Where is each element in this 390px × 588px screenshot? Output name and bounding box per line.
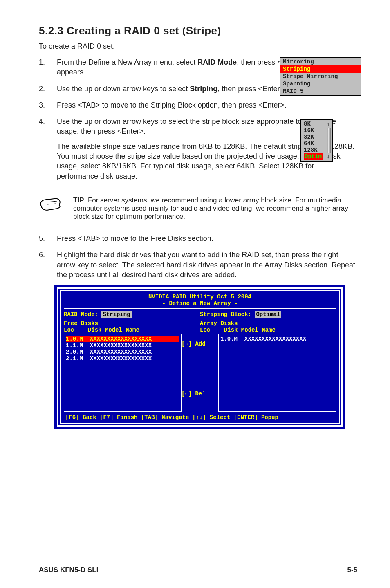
raid-mode-label: RAID Mode:	[64, 311, 98, 318]
step-body: Highlight the hard disk drives that you …	[57, 250, 357, 280]
intro-text: To create a RAID 0 set:	[39, 42, 357, 51]
raid-mode-value[interactable]: Striping	[101, 311, 131, 318]
hand-pointing-icon	[39, 196, 63, 213]
col-model: Disk Model Name	[88, 327, 139, 333]
raid-mode-popup: Mirroring Striping Stripe Mirroring Span…	[280, 57, 361, 96]
arrow-down-icon[interactable]: ↓	[327, 153, 331, 160]
tip-callout: TIP: For server systems, we recommend us…	[39, 193, 357, 225]
step-number: 6.	[39, 250, 57, 280]
disk-row[interactable]: 2.1.M XXXXXXXXXXXXXXXXXX	[66, 355, 179, 362]
block-item[interactable]: 128K	[304, 147, 323, 153]
striping-block-value[interactable]: Optimal	[255, 311, 281, 318]
del-action[interactable]: [←] Del	[182, 391, 206, 397]
bios-title: NVIDIA RAID Utility Oct 5 2004	[64, 292, 336, 300]
tip-text: TIP: For server systems, we recommend us…	[73, 196, 357, 221]
step-number: 3.	[39, 100, 57, 110]
block-item[interactable]: 8K	[304, 121, 323, 127]
col-model: Disk Model Name	[224, 327, 276, 333]
step-number: 5.	[39, 233, 57, 243]
footer-product: ASUS KFN5-D SLI	[39, 566, 98, 574]
block-item[interactable]: 32K	[304, 134, 323, 140]
disk-row-selected[interactable]: 1.0.M XXXXXXXXXXXXXXXXXX	[66, 336, 179, 342]
striping-block-label: Striping Block:	[200, 311, 251, 318]
popup-item[interactable]: Spanning	[280, 80, 361, 88]
steps-list-b: 5. Press <TAB> to move to the Free Disks…	[39, 233, 357, 280]
disk-row[interactable]: 2.0.M XXXXXXXXXXXXXXXXXX	[66, 349, 179, 355]
popup-item[interactable]: RAID 5	[280, 88, 361, 95]
popup-item[interactable]: Stripe Mirroring	[280, 73, 361, 80]
step-number: 1.	[39, 57, 57, 77]
step-number: 4.	[39, 117, 57, 186]
bios-subtitle: - Define a New Array -	[64, 300, 336, 309]
bios-screen: NVIDIA RAID Utility Oct 5 2004 - Define …	[57, 287, 343, 427]
col-loc: Loc	[200, 327, 210, 333]
array-disks-heading: Array Disks	[200, 320, 336, 327]
free-disks-heading: Free Disks	[64, 320, 200, 327]
step-number: 2.	[39, 84, 57, 94]
scrollbar-track[interactable]	[327, 128, 331, 153]
popup-item-selected[interactable]: Striping	[280, 65, 361, 73]
popup-item[interactable]: Mirroring	[280, 58, 361, 65]
striping-block-popup: 8K 16K 32K 64K 128K Optim ↑ ↓	[300, 119, 333, 162]
block-item[interactable]: 64K	[304, 140, 323, 147]
bios-footer-hints: [F6] Back [F7] Finish [TAB] Navigate [↑↓…	[64, 412, 336, 423]
block-item[interactable]: 16K	[304, 127, 323, 134]
block-item-selected[interactable]: Optim	[304, 153, 323, 160]
footer-page-number: 5-5	[347, 566, 357, 574]
step-body: Press <TAB> to move to the Striping Bloc…	[57, 100, 357, 110]
free-disks-box: 1.0.M XXXXXXXXXXXXXXXXXX 1.1.M XXXXXXXXX…	[64, 334, 182, 412]
arrow-up-icon[interactable]: ↑	[327, 121, 331, 128]
page-footer: ASUS KFN5-D SLI 5-5	[39, 563, 357, 574]
disk-row[interactable]: 1.1.M XXXXXXXXXXXXXXXXXX	[66, 342, 179, 349]
step-body: Press <TAB> to move to the Free Disks se…	[57, 233, 357, 243]
section-heading: 5.2.3 Creating a RAID 0 set (Stripe)	[39, 25, 357, 37]
scrollbar[interactable]: ↑ ↓	[325, 120, 332, 161]
add-action[interactable]: [→] Add	[182, 341, 206, 347]
disk-row[interactable]: 1.0.M XXXXXXXXXXXXXXXXXX	[220, 336, 334, 342]
col-loc: Loc	[64, 327, 74, 333]
array-disks-box: 1.0.M XXXXXXXXXXXXXXXXXX	[218, 334, 336, 412]
transfer-actions: [→] Add [←] Del	[182, 333, 218, 412]
